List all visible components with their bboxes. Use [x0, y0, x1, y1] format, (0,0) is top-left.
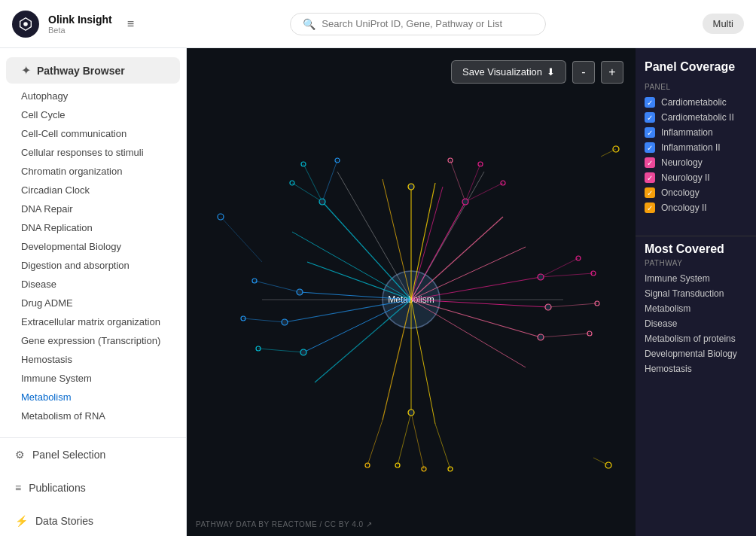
publications-nav[interactable]: ≡ Publications — [0, 471, 186, 504]
pathway-item[interactable]: Hemostasis — [0, 350, 186, 369]
search-container: 🔍 — [143, 13, 693, 35]
panel-coverage-title: Panel Coverage — [645, 60, 747, 74]
pathway-item[interactable]: Metabolism of RNA — [0, 407, 186, 425]
panel-item[interactable]: ✓Neurology — [645, 157, 747, 168]
panel-item-label: Neurology II — [661, 172, 710, 183]
pathway-item[interactable]: DNA Replication — [0, 218, 186, 237]
pathway-item[interactable]: Circadian Clock — [0, 181, 186, 199]
menu-toggle-icon[interactable]: ≡ — [127, 17, 134, 31]
panel-checkbox[interactable]: ✓ — [645, 203, 655, 213]
sidebar-bottom: ⚙ Panel Selection ≡ Publications ⚡ Data … — [0, 437, 186, 536]
pathway-browser-header[interactable]: ✦ Pathway Browser — [6, 57, 180, 84]
save-visualization-button[interactable]: Save Visualization ⬇ — [451, 60, 566, 84]
panel-item[interactable]: ✓Inflammation — [645, 127, 747, 138]
panel-item-label: Neurology — [661, 157, 703, 168]
pathway-item[interactable]: Digestion and absorption — [0, 256, 186, 275]
pathway-item[interactable]: Extracellular matrix organization — [0, 312, 186, 331]
pathway-item[interactable]: Autophagy — [0, 87, 186, 105]
divider — [636, 236, 756, 236]
panel-col-header: PANEL — [645, 83, 747, 91]
pathway-list: AutophagyCell CycleCell-Cell communicati… — [0, 84, 186, 428]
pathway-item[interactable]: Gene expression (Transcription) — [0, 331, 186, 350]
panel-item[interactable]: ✓Inflammation II — [645, 142, 747, 153]
panel-item-label: Oncology II — [661, 203, 707, 213]
most-covered-pathway-item[interactable]: Metabolism of proteins — [645, 333, 747, 344]
panel-checkbox[interactable]: ✓ — [645, 187, 655, 198]
save-label: Save Visualization — [462, 66, 542, 78]
most-covered-pathway-item[interactable]: Metabolism — [645, 303, 747, 314]
most-covered-title: Most Covered — [645, 242, 747, 256]
brand-text: Olink Insight Beta — [48, 14, 112, 35]
svg-point-66 — [545, 304, 551, 310]
panel-item[interactable]: ✓Cardiometabolic — [645, 97, 747, 108]
search-icon: 🔍 — [303, 18, 316, 30]
panel-checkbox[interactable]: ✓ — [645, 127, 655, 138]
panel-item[interactable]: ✓Neurology II — [645, 172, 747, 183]
svg-point-70 — [300, 349, 306, 355]
svg-point-69 — [282, 319, 288, 325]
brand-name: Olink Insight — [48, 14, 112, 26]
publications-label: Publications — [29, 482, 86, 494]
pathway-item[interactable]: Metabolism — [0, 388, 186, 407]
data-stories-nav[interactable]: ⚡ Data Stories — [0, 504, 186, 536]
pathway-browser-section: ✦ Pathway Browser AutophagyCell CycleCel… — [0, 48, 186, 437]
pathway-item[interactable]: Cellular responses to stimuli — [0, 143, 186, 162]
pathway-item[interactable]: DNA Repair — [0, 199, 186, 218]
svg-point-68 — [297, 289, 303, 295]
main-layout: ✦ Pathway Browser AutophagyCell CycleCel… — [0, 48, 756, 536]
most-covered-section: Most Covered PATHWAY Immune SystemSignal… — [636, 242, 756, 391]
multi-button[interactable]: Multi — [703, 14, 744, 34]
pathway-browser-icon: ✦ — [21, 63, 31, 78]
most-covered-pathway-item[interactable]: Disease — [645, 318, 747, 329]
pathway-col-header: PATHWAY — [645, 259, 747, 267]
viz-toolbar: Save Visualization ⬇ - + — [451, 60, 623, 84]
pathway-item[interactable]: Drug ADME — [0, 294, 186, 312]
panel-item-label: Oncology — [661, 187, 700, 198]
pathway-item[interactable]: Disease — [0, 275, 186, 294]
panel-item-label: Cardiometabolic II — [661, 112, 734, 123]
svg-point-71 — [408, 184, 414, 190]
data-stories-icon: ⚡ — [15, 515, 28, 527]
panel-selection-icon: ⚙ — [15, 449, 25, 461]
zoom-out-button[interactable]: - — [572, 61, 595, 84]
data-stories-label: Data Stories — [35, 515, 93, 527]
publications-icon: ≡ — [15, 482, 21, 494]
most-covered-pathway-item[interactable]: Immune System — [645, 273, 747, 284]
search-input[interactable] — [322, 18, 517, 29]
pathway-item[interactable]: Cell-Cell communication — [0, 124, 186, 143]
panel-checkbox[interactable]: ✓ — [645, 157, 655, 168]
brand-beta: Beta — [48, 26, 112, 35]
search-box: 🔍 — [290, 13, 546, 35]
panel-selection-nav[interactable]: ⚙ Panel Selection — [0, 438, 186, 471]
right-panel: Panel Coverage PANEL ✓Cardiometabolic✓Ca… — [636, 48, 756, 536]
most-covered-list: Immune SystemSignal TransductionMetaboli… — [645, 273, 747, 374]
panel-checkbox[interactable]: ✓ — [645, 142, 655, 153]
panel-coverage-section: Panel Coverage PANEL ✓Cardiometabolic✓Ca… — [636, 48, 756, 230]
panel-item[interactable]: ✓Oncology II — [645, 203, 747, 213]
panel-checkbox[interactable]: ✓ — [645, 172, 655, 183]
pathway-browser-label: Pathway Browser — [37, 65, 125, 77]
svg-point-64 — [462, 199, 468, 205]
svg-point-0 — [23, 22, 28, 26]
svg-point-67 — [538, 334, 544, 340]
panel-checkbox[interactable]: ✓ — [645, 112, 655, 123]
panel-item[interactable]: ✓Oncology — [645, 187, 747, 198]
panel-item[interactable]: ✓Cardiometabolic II — [645, 112, 747, 123]
panel-item-label: Cardiometabolic — [661, 97, 727, 108]
panel-checkbox[interactable]: ✓ — [645, 97, 655, 108]
pathway-item[interactable]: Developmental Biology — [0, 237, 186, 256]
logo-icon — [12, 11, 39, 38]
zoom-in-button[interactable]: + — [601, 61, 623, 84]
pathway-item[interactable]: Immune System — [0, 369, 186, 388]
pathway-item[interactable]: Cell Cycle — [0, 105, 186, 124]
sidebar: ✦ Pathway Browser AutophagyCell CycleCel… — [0, 48, 187, 536]
pathway-item[interactable]: Chromatin organization — [0, 162, 186, 181]
network-graph: Metabolism — [187, 48, 636, 536]
most-covered-pathway-item[interactable]: Signal Transduction — [645, 288, 747, 299]
app-header: Olink Insight Beta ≡ 🔍 Multi — [0, 0, 756, 48]
most-covered-pathway-item[interactable]: Hemostasis — [645, 364, 747, 374]
most-covered-pathway-item[interactable]: Developmental Biology — [645, 349, 747, 359]
visualization-container[interactable]: Save Visualization ⬇ - + Metabolism — [187, 48, 636, 536]
watermark: PATHWAY DATA BY REACTOME / CC BY 4.0 ↗ — [196, 520, 372, 528]
svg-point-72 — [408, 410, 414, 416]
